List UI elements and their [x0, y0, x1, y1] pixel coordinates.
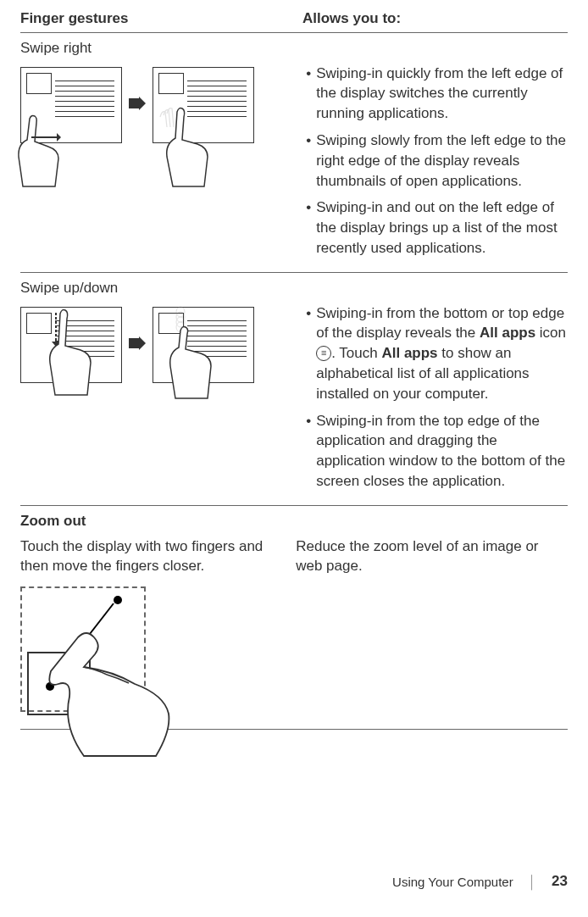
screen-after — [153, 307, 254, 383]
page-content: Finger gestures Allows you to: Swipe rig… — [0, 0, 588, 730]
section-zoom-out: Zoom out Touch the display with two fing… — [20, 511, 568, 730]
all-apps-icon — [316, 346, 331, 361]
list-item: Swiping slowly from the left edge to the… — [306, 131, 568, 191]
header-left: Finger gestures — [20, 8, 294, 29]
bullet-list: Swiping-in quickly from the left edge of… — [296, 64, 568, 258]
section-title: Swipe right — [20, 38, 568, 58]
illustration-col: Touch the display with two fingers and t… — [20, 536, 279, 723]
hand-icon — [152, 102, 232, 191]
svg-marker-1 — [57, 133, 61, 142]
section-swipe-updown: Swipe up/down — [20, 278, 568, 506]
list-item: Swiping-in from the top edge of the appl… — [306, 411, 568, 492]
section-body: Swiping-in quickly from the left edge of… — [20, 64, 568, 265]
divider-icon: │ — [529, 873, 536, 891]
list-item: Swiping-in from the bottom or top edge o… — [306, 303, 568, 404]
section-title: Swipe up/down — [20, 278, 568, 298]
list-item: Swiping-in quickly from the left edge of… — [306, 64, 568, 124]
hand-icon — [36, 303, 104, 397]
screen-after — [153, 67, 254, 143]
bold-text: All apps — [381, 345, 437, 361]
swipe-updown-illustration — [20, 307, 279, 383]
bold-text: All apps — [480, 325, 535, 341]
hand-pinch-icon — [20, 586, 232, 764]
arrow-icon — [129, 331, 146, 358]
header-right: Allows you to: — [294, 8, 568, 29]
text: icon — [535, 325, 566, 341]
table-header: Finger gestures Allows you to: — [20, 8, 568, 33]
description-text: Reduce the zoom level of an image or web… — [296, 536, 568, 577]
list-item: Swiping-in and out on the left edge of t… — [306, 197, 568, 258]
swipe-right-illustration — [20, 67, 279, 143]
description-col: Swiping-in quickly from the left edge of… — [287, 64, 568, 265]
screen-before — [20, 307, 122, 383]
illustration-col — [20, 303, 279, 498]
svg-marker-5 — [129, 336, 146, 350]
page-footer: Using Your Computer │ 23 — [392, 871, 568, 892]
hand-icon — [155, 303, 231, 401]
arrow-icon — [129, 92, 146, 118]
description-col: Swiping-in from the bottom or top edge o… — [287, 303, 568, 498]
hand-icon — [6, 106, 86, 191]
zoom-out-illustration — [20, 586, 160, 722]
illustration-col — [20, 64, 279, 265]
section-body: Touch the display with two fingers and t… — [20, 536, 568, 723]
svg-point-10 — [114, 596, 122, 604]
svg-marker-2 — [129, 97, 146, 110]
page-number: 23 — [552, 871, 568, 892]
section-title: Zoom out — [20, 511, 568, 531]
description-col: Reduce the zoom level of an image or web… — [287, 536, 568, 723]
section-name: Using Your Computer — [392, 873, 513, 891]
bullet-list: Swiping-in from the bottom or top edge o… — [296, 303, 568, 492]
direction-arrow-icon — [31, 132, 61, 142]
section-swipe-right: Swipe right — [20, 38, 568, 273]
screen-before — [20, 67, 122, 143]
instruction-text: Touch the display with two fingers and t… — [20, 536, 279, 577]
text: . Touch — [331, 345, 381, 361]
section-body: Swiping-in from the bottom or top edge o… — [20, 303, 568, 498]
